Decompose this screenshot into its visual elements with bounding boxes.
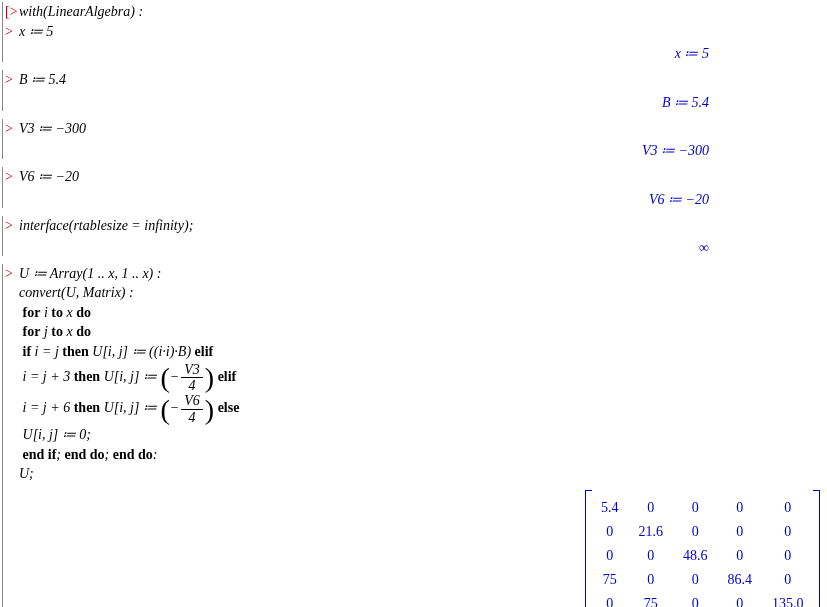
input-text: V3 ≔ −300 (19, 119, 827, 139)
input-line-ij3[interactable]: i = j + 3 then U[i, j] ≔ (−V34) elif (5, 362, 827, 394)
output-x: x ≔ 5 (5, 45, 827, 62)
table-row: 021.6000 (591, 520, 814, 544)
prompt-icon: > (5, 264, 19, 284)
table-row: 750086.40 (591, 568, 814, 592)
prompt-icon: > (5, 70, 19, 90)
input-line-array[interactable]: > U ≔ Array(1 .. x, 1 .. x) : (5, 264, 827, 284)
output-inf: ∞ (5, 240, 827, 256)
input-text: interface(rtablesize = infinity); (19, 216, 827, 236)
output-v3: V3 ≔ −300 (5, 142, 827, 159)
input-text: i = j + 6 then U[i, j] ≔ (−V64) else (19, 393, 827, 425)
input-line-ij6[interactable]: i = j + 6 then U[i, j] ≔ (−V64) else (5, 393, 827, 425)
input-text: U ≔ Array(1 .. x, 1 .. x) : (19, 264, 827, 284)
table-row: 0048.600 (591, 544, 814, 568)
exec-group-6: > U ≔ Array(1 .. x, 1 .. x) : convert(U,… (2, 264, 827, 607)
input-text: end if; end do; end do: (19, 445, 827, 465)
exec-group-2: > B ≔ 5.4 B ≔ 5.4 (2, 70, 827, 111)
input-text: convert(U, Matrix) : (19, 283, 827, 303)
matrix-table: 5.40000 021.6000 0048.600 750086.40 0750… (591, 496, 814, 607)
prompt-icon: [> (5, 2, 19, 22)
left-bracket-icon (585, 490, 592, 607)
exec-group-3: > V3 ≔ −300 V3 ≔ −300 (2, 119, 827, 160)
input-line-if1[interactable]: if i = j then U[i, j] ≔ ((i·i)·B) elif (5, 342, 827, 362)
input-line-usemi[interactable]: U; (5, 464, 827, 484)
exec-group-4: > V6 ≔ −20 V6 ≔ −20 (2, 167, 827, 208)
prompt-icon: > (5, 216, 19, 236)
prompt-icon: > (5, 22, 19, 42)
input-line-b[interactable]: > B ≔ 5.4 (5, 70, 827, 90)
input-line-endifs[interactable]: end if; end do; end do: (5, 445, 827, 465)
exec-group-5: > interface(rtablesize = infinity); ∞ (2, 216, 827, 256)
input-line-convert[interactable]: convert(U, Matrix) : (5, 283, 827, 303)
prompt-icon: > (5, 119, 19, 139)
input-line-x[interactable]: > x ≔ 5 (5, 22, 827, 42)
input-text: B ≔ 5.4 (19, 70, 827, 90)
prompt-icon: > (5, 167, 19, 187)
input-line-uzero[interactable]: U[i, j] ≔ 0; (5, 425, 827, 445)
table-row: 5.40000 (591, 496, 814, 520)
input-text: U[i, j] ≔ 0; (19, 425, 827, 445)
input-text: U; (19, 464, 827, 484)
input-line-forj[interactable]: for j to x do (5, 322, 827, 342)
input-text: if i = j then U[i, j] ≔ ((i·i)·B) elif (19, 342, 827, 362)
input-line-fori[interactable]: for i to x do (5, 303, 827, 323)
input-text: for i to x do (19, 303, 827, 323)
input-line-v6[interactable]: > V6 ≔ −20 (5, 167, 827, 187)
input-line-withla[interactable]: [> with(LinearAlgebra) : (5, 2, 827, 22)
input-text: with(LinearAlgebra) : (19, 2, 827, 22)
input-text: i = j + 3 then U[i, j] ≔ (−V34) elif (19, 362, 827, 394)
input-text: for j to x do (19, 322, 827, 342)
table-row: 07500135.0 (591, 592, 814, 607)
output-b: B ≔ 5.4 (5, 94, 827, 111)
input-text: x ≔ 5 (19, 22, 827, 42)
output-v6: V6 ≔ −20 (5, 191, 827, 208)
input-line-interface[interactable]: > interface(rtablesize = infinity); (5, 216, 827, 236)
exec-group-1: [> with(LinearAlgebra) : > x ≔ 5 x ≔ 5 (2, 2, 827, 62)
input-line-v3[interactable]: > V3 ≔ −300 (5, 119, 827, 139)
right-bracket-icon (813, 490, 820, 607)
input-text: V6 ≔ −20 (19, 167, 827, 187)
output-matrix: 5.40000 021.6000 0048.600 750086.40 0750… (5, 490, 827, 607)
